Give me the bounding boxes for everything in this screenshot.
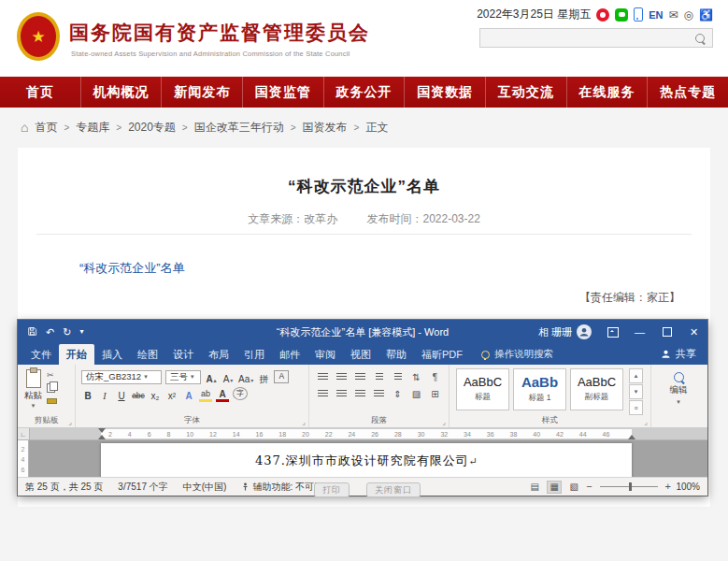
close-window-button[interactable]: 关闭窗口 xyxy=(366,482,421,497)
tab-insert[interactable]: 插入 xyxy=(94,344,130,365)
status-page-info[interactable]: 第 25 页，共 25 页 xyxy=(25,481,103,494)
web-layout-icon[interactable]: ▧ xyxy=(566,481,581,494)
read-mode-icon[interactable]: ▤ xyxy=(527,481,542,494)
tab-design[interactable]: 设计 xyxy=(165,344,201,365)
account-chip[interactable]: 相 珊珊 xyxy=(531,324,599,339)
italic-icon[interactable]: I xyxy=(98,387,111,401)
shading-icon[interactable]: ▨ xyxy=(409,387,423,400)
english-link[interactable]: EN xyxy=(649,9,663,21)
format-painter-icon[interactable] xyxy=(47,398,57,404)
ribbon-display-options-button[interactable] xyxy=(599,320,626,344)
weibo-icon[interactable] xyxy=(596,8,609,22)
subscript-icon[interactable]: x₂ xyxy=(149,387,162,401)
qat-customize-icon[interactable]: ▾ xyxy=(79,328,83,336)
crumb-home[interactable]: 首页 xyxy=(35,120,57,136)
highlight-color-icon[interactable]: ab xyxy=(199,385,212,402)
nav-item-services[interactable]: 在线服务 xyxy=(567,77,649,108)
nav-item-news[interactable]: 新闻发布 xyxy=(162,77,243,108)
status-accessibility[interactable]: 辅助功能: 不可用 xyxy=(241,481,323,494)
search-icon[interactable] xyxy=(695,34,705,43)
multilevel-list-icon[interactable] xyxy=(353,370,367,383)
copy-icon[interactable] xyxy=(47,383,55,393)
tab-draw[interactable]: 绘图 xyxy=(130,344,165,365)
align-right-icon[interactable] xyxy=(353,387,367,400)
status-word-count[interactable]: 3/7517 个字 xyxy=(118,481,167,494)
numbering-icon[interactable] xyxy=(335,370,349,383)
underline-icon[interactable]: U xyxy=(115,387,128,401)
font-color-icon[interactable]: A xyxy=(216,385,229,402)
tab-file[interactable]: 文件 xyxy=(23,344,59,365)
enclose-characters-icon[interactable]: 字 xyxy=(233,387,248,400)
mobile-icon[interactable] xyxy=(634,7,643,22)
decrease-indent-icon[interactable] xyxy=(372,370,386,383)
borders-icon[interactable]: ⊞ xyxy=(428,387,442,400)
first-line-indent-marker[interactable] xyxy=(98,428,106,433)
nav-item-interaction[interactable]: 互动交流 xyxy=(486,77,567,108)
dialog-launcher-icon[interactable]: ⌟ xyxy=(442,419,446,426)
paste-button[interactable]: 粘贴 ▾ xyxy=(24,368,42,409)
print-layout-icon[interactable]: ▦ xyxy=(547,481,562,494)
grow-font-icon[interactable]: A▴ xyxy=(205,370,218,384)
tab-mailings[interactable]: 邮件 xyxy=(272,344,307,365)
crumb-topics-lib[interactable]: 专题库 xyxy=(76,120,109,136)
font-size-combo[interactable]: 三号▾ xyxy=(165,370,201,384)
tab-help[interactable]: 帮助 xyxy=(378,344,414,365)
wechat-icon[interactable] xyxy=(615,8,628,22)
accessibility-icon[interactable]: ♿ xyxy=(699,8,713,22)
maximize-button[interactable] xyxy=(653,320,680,344)
tab-foxit-pdf[interactable]: 福昕PDF xyxy=(414,344,470,365)
character-border-icon[interactable]: A xyxy=(274,370,289,383)
tab-home[interactable]: 开始 xyxy=(59,344,94,365)
cut-icon[interactable]: ✂ xyxy=(47,371,57,380)
document-page[interactable]: 437.深圳市市政设计研究院有限公司↵ xyxy=(101,443,632,477)
sort-icon[interactable]: ⇅ xyxy=(409,370,423,383)
align-center-icon[interactable] xyxy=(335,387,349,400)
save-icon[interactable] xyxy=(27,326,37,338)
paragraph-mark-icon[interactable]: ¶ xyxy=(428,370,442,383)
nav-item-disclosure[interactable]: 政务公开 xyxy=(324,77,406,108)
dialog-launcher-icon[interactable]: ⌟ xyxy=(302,419,306,426)
right-indent-marker[interactable] xyxy=(628,435,635,439)
tell-me-search[interactable]: 操作说明搜索 xyxy=(481,348,553,365)
shrink-font-icon[interactable]: A▾ xyxy=(221,370,235,384)
tab-review[interactable]: 审阅 xyxy=(307,344,343,365)
zoom-slider[interactable] xyxy=(600,486,658,487)
zoom-slider-thumb[interactable] xyxy=(629,482,632,491)
dialog-launcher-icon[interactable]: ⌟ xyxy=(644,419,648,426)
style-heading-1[interactable]: AaBb 标题 1 xyxy=(513,368,566,410)
increase-indent-icon[interactable] xyxy=(391,370,405,383)
nav-item-home[interactable]: 首页 xyxy=(0,77,81,108)
superscript-icon[interactable]: x² xyxy=(165,387,178,401)
zoom-in-icon[interactable]: + xyxy=(665,482,671,492)
search-input[interactable] xyxy=(480,29,695,47)
attachment-link[interactable]: “科改示范企业”名单 xyxy=(79,260,185,277)
minimize-button[interactable]: — xyxy=(626,320,653,344)
gallery-up-icon[interactable]: ▴ xyxy=(629,368,643,383)
print-button[interactable]: 打印 xyxy=(314,482,350,497)
nav-item-supervision[interactable]: 国资监管 xyxy=(243,77,324,108)
gallery-more-icon[interactable]: ≡ xyxy=(629,400,643,415)
share-button[interactable]: 共享 xyxy=(661,347,707,365)
align-left-icon[interactable] xyxy=(316,387,330,400)
strikethrough-icon[interactable]: abc xyxy=(132,387,145,401)
zoom-out-icon[interactable]: − xyxy=(586,482,592,492)
font-name-combo[interactable]: 仿宋_GB2312▾ xyxy=(81,370,162,384)
status-language[interactable]: 中文(中国) xyxy=(183,481,227,494)
dialog-launcher-icon[interactable]: ⌟ xyxy=(68,419,72,426)
undo-icon[interactable]: ↶ xyxy=(46,327,54,338)
text-effects-icon[interactable]: A xyxy=(182,387,195,401)
nav-item-topics[interactable]: 热点专题 xyxy=(648,77,728,108)
crumb-2020-topics[interactable]: 2020专题 xyxy=(128,120,176,136)
home-icon[interactable]: ⌂ xyxy=(21,121,28,134)
close-button[interactable]: ✕ xyxy=(680,320,707,344)
crumb-reform-action[interactable]: 国企改革三年行动 xyxy=(194,120,284,136)
zoom-percentage[interactable]: 100% xyxy=(676,482,700,492)
redo-icon[interactable]: ↻ xyxy=(63,327,71,338)
justify-icon[interactable] xyxy=(372,387,386,400)
gallery-down-icon[interactable]: ▾ xyxy=(629,384,643,399)
tab-selector-box[interactable]: ∟ xyxy=(18,428,30,439)
nav-item-about[interactable]: 机构概况 xyxy=(81,77,163,108)
line-spacing-icon[interactable]: ⇕ xyxy=(391,387,405,400)
tab-view[interactable]: 视图 xyxy=(343,344,378,365)
hanging-indent-marker[interactable] xyxy=(98,435,106,439)
